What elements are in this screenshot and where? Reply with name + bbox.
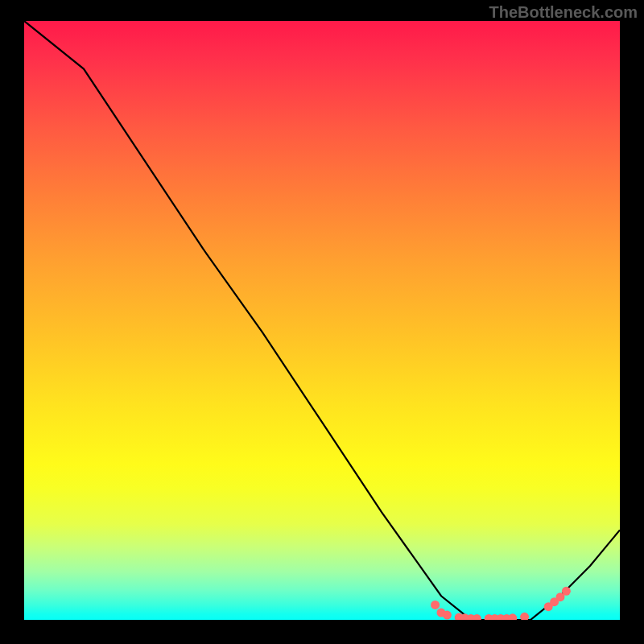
highlight-marker xyxy=(520,613,529,620)
chart-container: TheBottleneck.com xyxy=(0,0,644,644)
highlight-marker xyxy=(443,611,452,620)
watermark-text: TheBottleneck.com xyxy=(489,3,638,22)
bottleneck-curve xyxy=(24,21,620,620)
highlight-marker xyxy=(473,614,481,620)
highlight-marker xyxy=(508,613,517,620)
highlight-marker xyxy=(562,587,571,596)
marker-group xyxy=(431,587,571,620)
chart-svg xyxy=(24,21,620,620)
plot-area xyxy=(24,21,620,620)
highlight-marker xyxy=(431,601,440,609)
